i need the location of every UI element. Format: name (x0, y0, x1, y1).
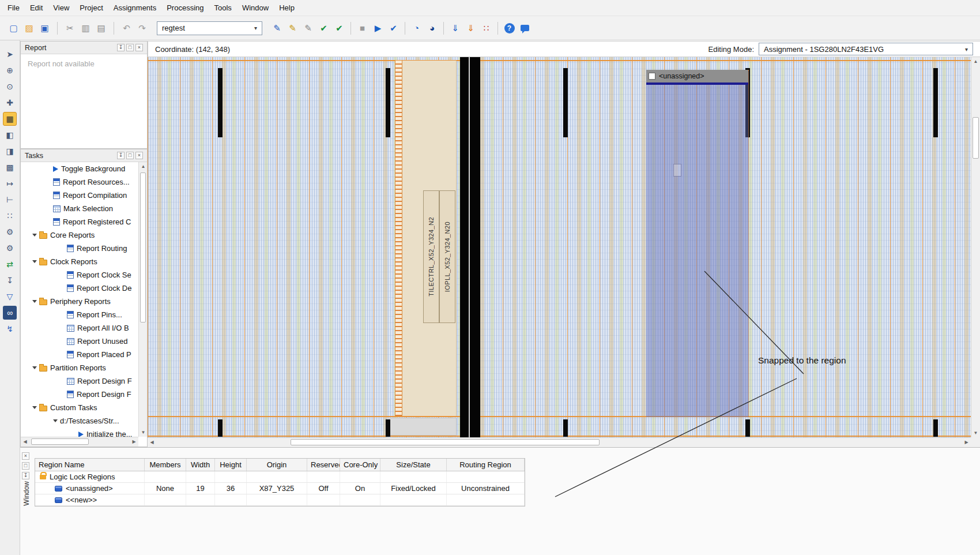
menu-assignments[interactable]: Assignments (108, 0, 161, 16)
column-header[interactable]: Size/State (380, 459, 447, 471)
task-item[interactable]: Core Reports (21, 228, 138, 242)
expander-icon[interactable] (32, 406, 37, 409)
task-item[interactable]: Report Placed P (21, 348, 138, 361)
print-icon[interactable]: ▣ (37, 21, 52, 35)
revision-select[interactable]: regtest ▾ (157, 21, 262, 35)
menu-processing[interactable]: Processing (161, 0, 209, 16)
report-panel-titlebar[interactable]: Report ↧ □ × (21, 42, 147, 54)
logiclock-region[interactable]: <unassigned> (646, 70, 749, 417)
find-tool-icon[interactable]: ∞ (3, 306, 17, 320)
scrollbar-thumb[interactable] (140, 172, 146, 322)
tasks-vertical-scrollbar[interactable]: ▲ ▼ (138, 162, 147, 437)
scrollbar-thumb[interactable] (31, 438, 89, 445)
scroll-up-icon[interactable]: ▲ (971, 57, 980, 66)
package-top-view-icon[interactable]: ◧ (3, 128, 17, 142)
column-header[interactable]: Height (215, 459, 247, 471)
table-row[interactable]: <unassigned>None1936X87_Y325OffOnFixed/L… (35, 483, 525, 494)
task-item[interactable]: Partition Reports (21, 361, 138, 374)
editing-mode-select[interactable]: Assignment - 1SG280LN2F43E1VG ▾ (759, 43, 973, 55)
menu-project[interactable]: Project (74, 0, 108, 16)
undo-icon[interactable]: ↶ (119, 21, 134, 35)
task-item[interactable]: Report Clock De (21, 282, 138, 295)
scroll-right-icon[interactable]: ▶ (962, 438, 971, 447)
scroll-left-icon[interactable]: ◀ (21, 437, 29, 446)
task-item[interactable]: Initialize the... (21, 427, 138, 437)
expander-icon[interactable] (32, 300, 37, 303)
task-item[interactable]: Report Clock Se (21, 268, 138, 282)
goto-source-icon[interactable]: ↦ (3, 177, 17, 190)
task-item[interactable]: Report Routing (21, 242, 138, 255)
cut-icon[interactable]: ✂ (62, 21, 78, 35)
settings-b-icon[interactable]: ⚙ (3, 241, 17, 255)
scroll-left-icon[interactable]: ◀ (148, 438, 156, 447)
feedback-icon[interactable] (517, 21, 533, 35)
timing-analyzer-icon[interactable]: ◕ (424, 21, 440, 35)
canvas-horizontal-scrollbar[interactable]: ◀ ▶ (148, 437, 971, 447)
task-item[interactable]: Custom Tasks (21, 401, 138, 414)
column-header[interactable]: Reserved (307, 459, 340, 471)
scroll-up-icon[interactable]: ▲ (139, 162, 148, 171)
task-item[interactable]: Report All I/O B (21, 321, 138, 335)
task-item[interactable]: d:/Testcases/Str... (21, 414, 138, 427)
hand-tool-icon[interactable]: ✚ (3, 96, 17, 110)
pin-tool-icon[interactable]: ↧ (3, 273, 17, 287)
pin-icon[interactable]: ↧ (117, 152, 125, 159)
zoom-selection-tool-icon[interactable]: ⊙ (3, 80, 17, 93)
task-item[interactable]: Report Registered C (21, 215, 138, 228)
task-item[interactable]: Mark Selection (21, 202, 138, 215)
scrollbar-thumb[interactable] (973, 117, 979, 159)
critical-path-icon[interactable]: ↯ (3, 322, 17, 336)
copy-icon[interactable]: ▥ (78, 21, 93, 35)
task-item[interactable]: Report Resources... (21, 175, 138, 189)
paste-icon[interactable]: ▤ (93, 21, 109, 35)
task-item[interactable]: Report Compilation (21, 189, 138, 202)
task-item[interactable]: Report Design F (21, 388, 138, 401)
float-icon[interactable]: □ (126, 44, 134, 51)
menu-file[interactable]: File (2, 0, 25, 16)
menu-tools[interactable]: Tools (209, 0, 237, 16)
scroll-down-icon[interactable]: ▼ (971, 429, 980, 437)
close-icon[interactable]: × (135, 152, 143, 159)
pin-planner-icon[interactable]: ✎ (285, 21, 300, 35)
task-item[interactable]: Report Pins... (21, 308, 138, 321)
scroll-right-icon[interactable]: ▶ (130, 437, 138, 446)
menu-help[interactable]: Help (274, 0, 300, 16)
scroll-down-icon[interactable]: ▼ (139, 428, 148, 437)
rapid-recompile-icon[interactable]: ◔ (409, 21, 424, 35)
expander-icon[interactable] (32, 234, 37, 237)
task-item[interactable]: Clock Reports (21, 255, 138, 268)
chip-canvas[interactable]: TILECTRL_X52_Y324_N2 IOPLL_X52_Y324_N20 … (148, 57, 971, 437)
assignment-editor-icon[interactable]: ✎ (269, 21, 285, 35)
column-header[interactable]: Core-Only (340, 459, 380, 471)
start-compilation-icon[interactable]: ▶ (370, 21, 386, 35)
open-project-icon[interactable]: ▨ (21, 21, 37, 35)
table-row[interactable]: <<new>> (35, 494, 525, 506)
menu-edit[interactable]: Edit (25, 0, 48, 16)
expander-icon[interactable] (32, 366, 37, 369)
close-icon[interactable]: × (22, 452, 29, 460)
stop-processing-icon[interactable]: ■ (355, 21, 370, 35)
settings-a-icon[interactable]: ⚙ (3, 225, 17, 239)
expander-icon[interactable] (53, 419, 58, 422)
redo-icon[interactable]: ↷ (134, 21, 150, 35)
start-analysis-icon[interactable]: ✔ (386, 21, 401, 35)
region-checkbox[interactable] (649, 73, 655, 80)
package-bottom-view-icon[interactable]: ◨ (3, 144, 17, 158)
task-item[interactable]: Periphery Reports (21, 295, 138, 308)
float-icon[interactable]: □ (22, 462, 29, 470)
partition-merge-icon[interactable]: ✔ (331, 21, 347, 35)
task-item[interactable]: Toggle Background (21, 162, 138, 175)
power-analyzer-icon[interactable]: ⇓ (463, 21, 478, 35)
programmer-icon[interactable]: ⇓ (447, 21, 463, 35)
help-icon[interactable]: ? (502, 21, 517, 35)
selection-tool-icon[interactable]: ➤ (3, 47, 17, 61)
region-header[interactable]: <unassigned> (646, 70, 748, 82)
expander-icon[interactable] (32, 260, 37, 263)
chevron-down-icon[interactable]: ▾ (254, 25, 257, 31)
route-dots-icon[interactable]: ∷ (3, 209, 17, 223)
chevron-down-icon[interactable]: ▾ (965, 46, 968, 52)
task-item[interactable]: Report Design F (21, 374, 138, 388)
new-file-icon[interactable]: ▢ (6, 21, 21, 35)
layers-settings-icon[interactable]: ▦ (3, 112, 17, 126)
pin-icon[interactable]: ↧ (117, 44, 125, 51)
